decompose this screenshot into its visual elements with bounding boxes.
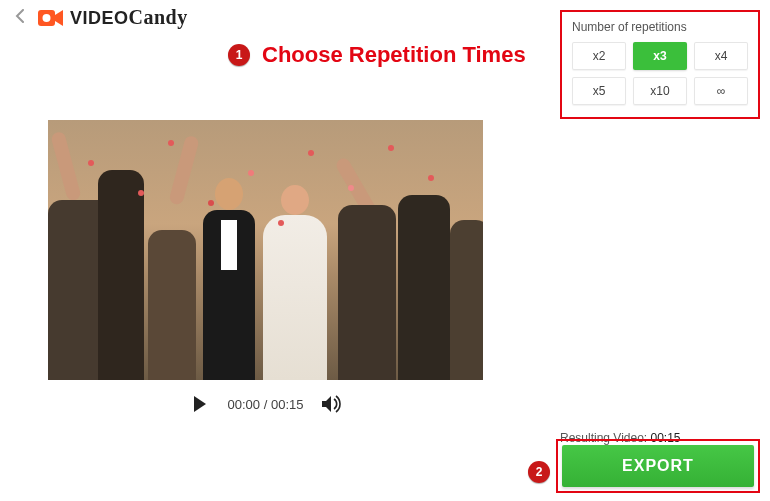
play-button[interactable] (186, 390, 214, 418)
logo: VIDEOCandy (38, 6, 188, 29)
annotation-number-2: 2 (528, 461, 550, 483)
volume-button[interactable] (317, 390, 345, 418)
repetition-option[interactable]: ∞ (694, 77, 748, 105)
export-button[interactable]: EXPORT (562, 445, 754, 487)
repetition-option[interactable]: x5 (572, 77, 626, 105)
repetition-panel: Number of repetitions x2x3x4x5x10∞ (560, 10, 760, 119)
back-button[interactable] (10, 7, 30, 28)
repetition-option[interactable]: x2 (572, 42, 626, 70)
repetition-option[interactable]: x4 (694, 42, 748, 70)
repetition-option[interactable]: x10 (633, 77, 687, 105)
logo-text: VIDEOCandy (70, 6, 188, 29)
repetition-option[interactable]: x3 (633, 42, 687, 70)
camera-icon (38, 8, 64, 28)
time-display: 00:00 / 00:15 (228, 397, 304, 412)
svg-point-1 (43, 14, 51, 22)
annotation-label-1: Choose Repetition Times (262, 42, 526, 68)
annotation-number-1: 1 (228, 44, 250, 66)
annotation-export: 2 (528, 461, 550, 483)
repetition-title: Number of repetitions (572, 20, 748, 34)
repetition-box: Number of repetitions x2x3x4x5x10∞ (560, 10, 760, 119)
annotation-choose-repetition: 1 Choose Repetition Times (228, 42, 526, 68)
export-box: EXPORT (556, 439, 760, 493)
video-panel: 00:00 / 00:15 (48, 120, 483, 418)
video-preview[interactable] (48, 120, 483, 380)
player-controls: 00:00 / 00:15 (48, 380, 483, 418)
